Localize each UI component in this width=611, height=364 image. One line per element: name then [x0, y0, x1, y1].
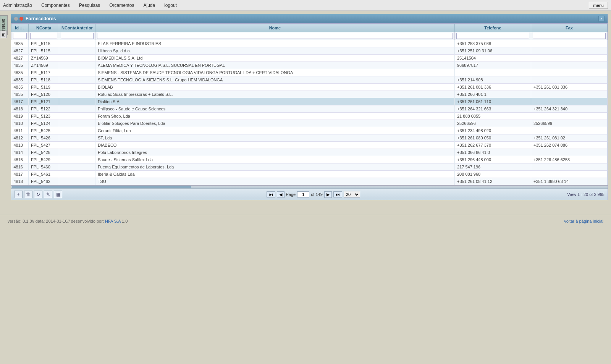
table-row[interactable]: 4818FPL_5122Philipsco - Saude e Cause Sc… — [11, 105, 608, 113]
cell-id: 4819 — [11, 113, 29, 120]
cell-ncontaanterior — [59, 84, 95, 91]
table-header-row: Id ↓ NConta NContaAnterior Nome Telefone… — [11, 24, 608, 32]
nav-componentes[interactable]: Componentes — [41, 3, 70, 8]
nav-orcamentos[interactable]: Orçamentos — [109, 3, 134, 8]
cell-ncontaanterior — [59, 171, 95, 178]
col-header-ncontaant[interactable]: NContaAnterior — [59, 24, 95, 32]
table-row[interactable]: 4827FPL_5115Hilbeco Sp. d.d.o.+351 251 0… — [11, 47, 608, 55]
table-row[interactable]: 4815FPL_5429Saude - Sistemas Salflex Lda… — [11, 156, 608, 163]
cell-id: 4815 — [11, 156, 29, 163]
cell-fax — [531, 62, 608, 69]
cell-fax — [531, 98, 608, 105]
table-row[interactable]: 4814FPL_5428Polu Laboratorios Integres+3… — [11, 149, 608, 156]
back-link[interactable]: voltar à página inicial — [564, 219, 603, 223]
cell-fax — [531, 76, 608, 84]
cell-fax — [531, 55, 608, 62]
cell-id: 4827 — [11, 47, 29, 55]
cell-nconta: FPL_5120 — [29, 91, 59, 98]
view-count-label: View 1 - 20 of 2 965 — [567, 192, 605, 197]
nav-pesquisas[interactable]: Pesquisas — [79, 3, 100, 8]
cell-nconta: FPL_5115 — [29, 47, 59, 55]
export-button[interactable]: ▦ — [54, 191, 62, 198]
table-row[interactable]: 4827ZY14569BIOMEDICALS S.A. Ltd25141504 — [11, 55, 608, 62]
cell-telefone: +351 261 081 336 — [455, 84, 531, 91]
table-row[interactable]: 4835ZY14569ALEMA MEDICA Y TECNOLOGIA S.L… — [11, 62, 608, 69]
cell-id: 4813 — [11, 142, 29, 149]
table-body: 4835FPL_5115ELAS FERREIRA E INDUSTRIAS+3… — [11, 40, 608, 185]
cell-id: 4817 — [11, 98, 29, 105]
page-input[interactable] — [297, 191, 309, 197]
refresh-button[interactable]: ↻ — [34, 191, 42, 198]
add-button[interactable]: + — [14, 191, 23, 198]
cell-id: 4827 — [11, 55, 29, 62]
table-row[interactable]: 4835FPL_5120Rotulac Suas Impressoras + L… — [11, 91, 608, 98]
table-row[interactable]: 4819FPL_5123Foram Shop, Lda21 888 0855 — [11, 113, 608, 120]
cell-fax: +351 261 081 02 — [531, 134, 608, 142]
col-header-nconta[interactable]: NConta — [29, 24, 59, 32]
cell-fax — [531, 91, 608, 98]
cell-id: 4811 — [11, 127, 29, 134]
filter-ncontaant[interactable] — [61, 33, 94, 39]
close-dot-icon[interactable] — [19, 17, 23, 21]
menu-button[interactable]: menu — [589, 2, 608, 9]
cell-nome: Gerunit Filita, Lda — [95, 127, 454, 134]
cell-fax — [531, 149, 608, 156]
table-row[interactable]: 4835FPL_5115ELAS FERREIRA E INDUSTRIAS+3… — [11, 40, 608, 47]
table-row[interactable]: 4816FPL_5460Fuenta Equipamentos de Labor… — [11, 163, 608, 171]
top-navigation: Administração Componentes Pesquisas Orça… — [0, 0, 611, 11]
table-row[interactable]: 4817FPL_5461Iberia & Caldas Lda208 081 9… — [11, 171, 608, 178]
cell-telefone: +351 266 401 1 — [455, 91, 531, 98]
sidebar-icon[interactable]: ◧ — [0, 31, 7, 38]
table-row[interactable]: 4810FPL_5124Biofilar Soluções Para Doent… — [11, 120, 608, 127]
table-row[interactable]: 4835FPL_5117SIEMENS - SISTEMAS DE SAUDE … — [11, 69, 608, 76]
table-row[interactable]: 4818FPL_5462TSU+351 261 08 41 12+351 1 3… — [11, 178, 608, 185]
cell-nconta: FPL_5426 — [29, 134, 59, 142]
cell-id: 4810 — [11, 120, 29, 127]
table-row[interactable]: 4813FPL_5427DIABECO+351 262 677 370+351 … — [11, 142, 608, 149]
minimize-icon[interactable] — [14, 17, 18, 21]
company-link[interactable]: HFA S.A — [105, 219, 121, 223]
filter-fax[interactable] — [533, 33, 606, 39]
cell-ncontaanterior — [59, 76, 95, 84]
cell-id: 4814 — [11, 149, 29, 156]
per-page-select[interactable]: 20 50 100 — [344, 191, 360, 198]
cell-telefone: +351 234 498 020 — [455, 127, 531, 134]
footer-version: versão: 0.1.8// data: 2014-01-10// desen… — [8, 219, 128, 223]
cell-id: 4835 — [11, 69, 29, 76]
prev-page-button[interactable]: ◀ — [277, 191, 284, 198]
cell-nome: Polu Laboratorios Integres — [95, 149, 454, 156]
scrollbar-area[interactable] — [11, 185, 608, 188]
cell-fax — [531, 69, 608, 76]
delete-button[interactable]: 🗑 — [24, 191, 32, 198]
col-header-fax[interactable]: Fax — [531, 24, 608, 32]
col-header-telefone[interactable]: Telefone — [455, 24, 531, 32]
nav-administracao[interactable]: Administração — [3, 3, 32, 8]
cell-telefone: 966897817 — [455, 62, 531, 69]
cell-nconta: FPL_5461 — [29, 171, 59, 178]
panel-close-button[interactable]: × — [598, 16, 605, 22]
col-header-nome[interactable]: Nome — [95, 24, 454, 32]
cell-nome: TSU — [95, 178, 454, 185]
col-header-id[interactable]: Id ↓ — [11, 24, 29, 32]
table-row[interactable]: 4812FPL_5426ST, Lda+351 261 080 050+351 … — [11, 134, 608, 142]
first-page-button[interactable]: ⏮ — [267, 191, 275, 197]
filter-nconta[interactable] — [30, 33, 57, 39]
filter-telefone[interactable] — [456, 33, 529, 39]
filter-nome[interactable] — [97, 33, 453, 39]
last-page-button[interactable]: ⏭ — [333, 191, 342, 197]
table-row[interactable]: 4811FPL_5425Gerunit Filita, Lda+351 234 … — [11, 127, 608, 134]
table-row[interactable]: 4835FPL_5118SIEMENS TECNOLOGIA SIEMENS S… — [11, 76, 608, 84]
cell-ncontaanterior — [59, 40, 95, 47]
cell-telefone: +351 214 908 — [455, 76, 531, 84]
nav-logout[interactable]: logout — [164, 3, 177, 8]
table-row[interactable]: 4817FPL_5121Dialitec S.A+351 261 061 110 — [11, 98, 608, 105]
cell-nome: SIEMENS - SISTEMAS DE SAUDE TECNOLOGIA V… — [95, 69, 454, 76]
filter-id[interactable] — [13, 33, 27, 39]
cell-fax: +351 261 081 336 — [531, 84, 608, 91]
next-page-button[interactable]: ▶ — [324, 191, 332, 198]
cell-nconta: FPL_5462 — [29, 178, 59, 185]
nav-ajuda[interactable]: Ajuda — [143, 3, 155, 8]
cell-ncontaanterior — [59, 98, 95, 105]
table-row[interactable]: 4835FPL_5119BIOLAB+351 261 081 336+351 2… — [11, 84, 608, 91]
edit-button[interactable]: ✎ — [44, 191, 52, 198]
